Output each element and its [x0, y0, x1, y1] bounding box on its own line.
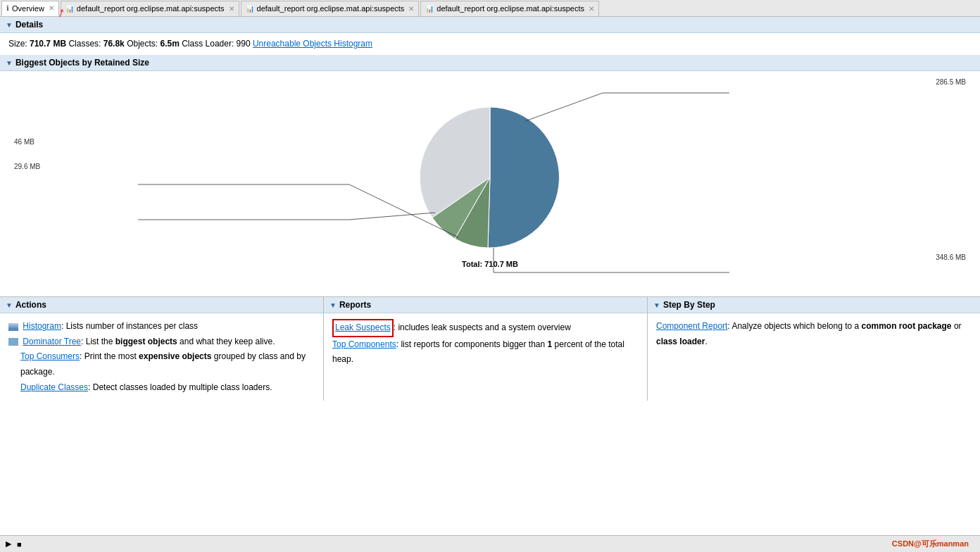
actions-label: Actions	[15, 300, 46, 310]
reports-content: Leak Suspects: includes leak suspects an…	[324, 313, 647, 373]
componentreport-bold1: common root package	[862, 321, 952, 331]
stepbystep-arrow: ▼	[653, 301, 660, 309]
reports-header[interactable]: ▼ Reports	[324, 297, 647, 313]
r-label-2865mb: 286.5 MB	[936, 78, 966, 86]
tab-suspects1[interactable]: 📊 default_report org.eclipse.mat.api:sus…	[61, 1, 239, 16]
y-label-46mb: 46 MB	[14, 138, 34, 146]
reports-arrow: ▼	[329, 301, 337, 309]
reports-label: Reports	[339, 300, 371, 310]
svg-line-4	[349, 213, 435, 220]
svg-line-0	[525, 93, 603, 121]
reports-panel: ▼ Reports Leak Suspects: includes leak s…	[324, 297, 648, 401]
y-label-296mb: 29.6 MB	[14, 163, 40, 170]
report-topcomponents: Top Components: list reports for compone…	[332, 337, 639, 368]
classloader-label: Class Loader:	[182, 39, 236, 49]
biggest-objects-arrow: ▼	[6, 59, 13, 67]
tab-overview[interactable]: ℹ Overview ✕	[1, 1, 59, 16]
duplicateclasses-desc: : Detect classes loaded by multiple clas…	[88, 382, 272, 392]
componentreport-link[interactable]: Component Report	[656, 321, 727, 331]
componentreport-desc3: .	[705, 337, 707, 346]
pie-chart	[413, 100, 567, 255]
biggest-objects-label: Biggest Objects by Retained Size	[15, 58, 149, 68]
objects-value: 6.5m	[160, 39, 179, 49]
size-value: 710.7 MB	[30, 39, 66, 49]
tab-suspects2-label: default_report org.eclipse.mat.api:suspe…	[257, 4, 405, 13]
histogram-link[interactable]: Histogram	[23, 321, 61, 331]
topcomponents-desc1: : list reports for components bigger tha…	[396, 339, 548, 349]
step-componentreport: Component Report: Analyze objects which …	[656, 319, 972, 349]
topconsumers-bold: expensive objects	[139, 351, 211, 361]
stepbystep-label: Step By Step	[663, 300, 715, 310]
histogram-icon	[8, 323, 18, 331]
classloader-value: 990	[237, 39, 251, 49]
stepbystep-panel: ▼ Step By Step Component Report: Analyze…	[648, 297, 980, 401]
domtree-desc2: and what they keep alive.	[177, 337, 275, 346]
chart-icon-3: 📊	[425, 5, 434, 13]
topconsumers-desc: : Print the most	[80, 351, 139, 361]
tab-overview-label: Overview	[12, 4, 44, 13]
action-domtree: Dominator Tree: List the biggest objects…	[8, 334, 315, 350]
tab-overview-close[interactable]: ✕	[49, 4, 54, 12]
domtree-desc: : List the	[81, 337, 115, 346]
histogram-desc: : Lists number of instances per class	[61, 321, 198, 331]
leak-suspects-link[interactable]: Leak Suspects	[332, 319, 394, 337]
tab-suspects1-label: default_report org.eclipse.mat.api:suspe…	[77, 4, 225, 13]
action-duplicateclasses: Duplicate Classes: Detect classes loaded…	[8, 380, 315, 396]
componentreport-bold2: class loader	[656, 337, 705, 346]
tab-suspects2[interactable]: 📊 default_report org.eclipse.mat.api:sus…	[241, 1, 420, 16]
domtree-icon	[8, 338, 18, 346]
r-label-3486mb: 348.6 MB	[936, 253, 966, 261]
report-leaksuspects: Leak Suspects: includes leak suspects an…	[332, 319, 639, 337]
objects-label: Objects:	[127, 39, 160, 49]
main-content: ▼ Details Size: 710.7 MB Classes: 76.8k …	[0, 17, 980, 535]
unreachable-objects-link[interactable]: Unreachable Objects Histogram	[253, 39, 372, 49]
action-topconsumers: Top Consumers: Print the most expensive …	[8, 349, 315, 380]
tab-suspects3-label: default_report org.eclipse.mat.api:suspe…	[436, 4, 584, 13]
details-content: Size: 710.7 MB Classes: 76.8k Objects: 6…	[0, 33, 980, 55]
details-arrow: ▼	[6, 21, 13, 29]
stepbystep-content: Component Report: Analyze objects which …	[648, 313, 980, 355]
actions-content: Histogram: Lists number of instances per…	[0, 313, 323, 401]
domtree-link[interactable]: Dominator Tree	[23, 337, 81, 346]
topcomponents-link[interactable]: Top Components	[332, 339, 396, 349]
tab-suspects1-close[interactable]: ✕	[229, 5, 234, 13]
duplicateclasses-link[interactable]: Duplicate Classes	[20, 382, 88, 392]
stepbystep-header[interactable]: ▼ Step By Step	[648, 297, 980, 313]
componentreport-desc2: or	[952, 321, 962, 331]
classes-value: 76.8k	[103, 39, 125, 49]
domtree-bold: biggest objects	[115, 337, 177, 346]
tab-suspects2-close[interactable]: ✕	[408, 5, 414, 13]
details-header-label: Details	[15, 20, 43, 30]
tab-suspects3-close[interactable]: ✕	[589, 5, 594, 13]
bottom-panels: ▼ Actions Histogram: Lists number of ins…	[0, 296, 980, 401]
actions-panel: ▼ Actions Histogram: Lists number of ins…	[0, 297, 324, 401]
chart-icon-2: 📊	[246, 5, 254, 13]
biggest-objects-header[interactable]: ▼ Biggest Objects by Retained Size	[0, 55, 980, 71]
leaksuspects-desc: : includes leak suspects and a system ov…	[394, 322, 571, 332]
action-histogram: Histogram: Lists number of instances per…	[8, 319, 315, 334]
info-icon: ℹ	[6, 4, 9, 12]
tab-suspects3[interactable]: 📊 default_report org.eclipse.mat.api:sus…	[420, 1, 599, 16]
componentreport-desc1: : Analyze objects which belong to a	[727, 321, 861, 331]
classes-label: Classes:	[68, 39, 103, 49]
actions-header[interactable]: ▼ Actions	[0, 297, 323, 313]
size-label: Size:	[8, 39, 30, 49]
details-section-header[interactable]: ▼ Details	[0, 17, 980, 33]
tab-bar: ℹ Overview ✕ 📊 default_report org.eclips…	[0, 0, 980, 17]
actions-arrow: ▼	[6, 301, 13, 309]
topconsumers-link[interactable]: Top Consumers	[20, 351, 80, 361]
total-label: Total: 710.7 MB	[413, 260, 567, 268]
chart-section: 46 MB 29.6 MB 286.5 MB 348.6 MB	[0, 71, 980, 296]
chart-icon-1: 📊	[65, 5, 74, 13]
